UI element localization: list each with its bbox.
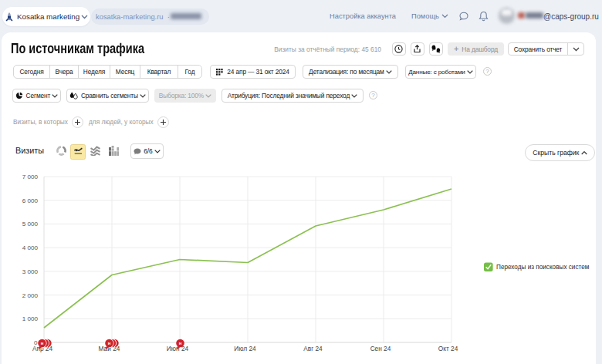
svg-text:Переходы из поисковых систем: Переходы из поисковых систем <box>496 264 590 271</box>
svg-text:4 000: 4 000 <box>22 244 39 251</box>
svg-text:0: 0 <box>34 339 38 346</box>
svg-text:н: н <box>179 341 182 345</box>
svg-text:1 000: 1 000 <box>22 315 39 322</box>
svg-text:7 000: 7 000 <box>22 174 39 180</box>
svg-text:Сен 24: Сен 24 <box>370 345 391 352</box>
svg-text:5 000: 5 000 <box>22 221 39 228</box>
svg-text:н: н <box>108 341 111 345</box>
svg-text:Авг 24: Авг 24 <box>303 345 323 352</box>
svg-text:н: н <box>41 341 44 345</box>
svg-text:2 000: 2 000 <box>22 292 39 299</box>
svg-text:3 000: 3 000 <box>22 268 39 275</box>
svg-text:Окт 24: Окт 24 <box>438 345 458 352</box>
svg-text:6 000: 6 000 <box>22 197 39 204</box>
svg-text:Июл 24: Июл 24 <box>234 345 256 352</box>
